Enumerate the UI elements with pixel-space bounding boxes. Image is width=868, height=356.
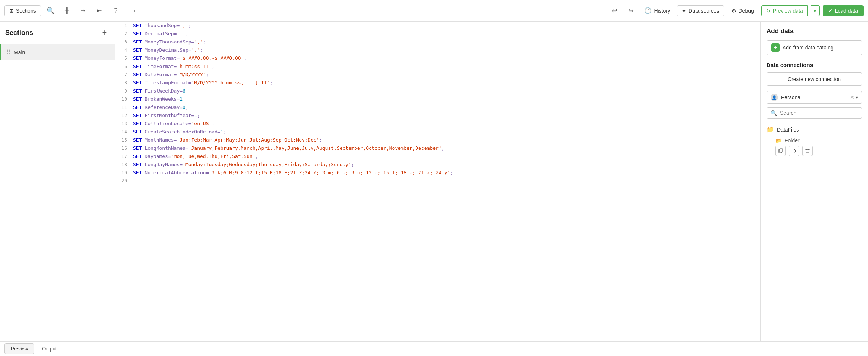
line-number: 17 — [115, 152, 133, 161]
history-label: History — [654, 8, 670, 14]
add-section-button[interactable]: + — [99, 27, 110, 38]
create-connection-label: Create new connection — [788, 76, 841, 82]
folder-action-copy-icon[interactable] — [775, 146, 786, 156]
sections-header: Sections + — [0, 22, 115, 44]
code-line: 14SET CreateSearchIndexOnReload=1; — [115, 128, 758, 136]
code-line: 12SET FirstMonthOfYear=1; — [115, 111, 758, 120]
line-content[interactable]: SET TimeFormat='h:mm:ss TT'; — [133, 62, 758, 71]
section-item-main[interactable]: ⠿ Main — [0, 44, 115, 60]
line-content[interactable]: SET CreateSearchIndexOnReload=1; — [133, 128, 758, 136]
line-content[interactable]: SET MoneyDecimalSep='.'; — [133, 46, 758, 54]
outdent-button[interactable]: ⇤ — [93, 4, 106, 17]
line-content[interactable]: SET MoneyThousandSep=','; — [133, 38, 758, 46]
line-content[interactable]: SET ReferenceDay=0; — [133, 103, 758, 111]
add-from-catalog-button[interactable]: + Add from data catalog — [767, 40, 862, 55]
catalog-plus-icon: + — [771, 43, 780, 52]
personal-icon: 👤 — [771, 94, 778, 101]
line-content[interactable]: SET ThousandSep=','; — [133, 22, 758, 30]
line-content[interactable]: SET TimestampFormat='M/D/YYYY h:mm:ss[.f… — [133, 79, 758, 87]
line-number: 18 — [115, 161, 133, 169]
history-button[interactable]: 🕐 History — [640, 5, 674, 16]
debug-button[interactable]: ⚙ Debug — [727, 6, 758, 16]
tab-output[interactable]: Output — [36, 343, 63, 354]
help-icon: ? — [114, 7, 118, 14]
code-line: 4SET MoneyDecimalSep='.'; — [115, 46, 758, 54]
code-editor[interactable]: 1SET ThousandSep=',';2SET DecimalSep='.'… — [115, 22, 758, 341]
remove-personal-button[interactable]: ✕ — [850, 94, 854, 100]
debug-label: Debug — [739, 8, 754, 14]
line-content[interactable]: SET NumericalAbbreviation='3:k;6:M;9:G;1… — [133, 169, 758, 177]
line-content[interactable]: SET FirstMonthOfYear=1; — [133, 111, 758, 120]
datafiles-row[interactable]: 📁 DataFiles — [767, 124, 862, 135]
search-button[interactable]: 🔍 — [44, 4, 57, 17]
folder-action-move-icon[interactable] — [789, 146, 799, 156]
line-number: 5 — [115, 54, 133, 62]
grid-icon: ⊞ — [9, 8, 14, 14]
load-data-button[interactable]: ✔ Load data — [823, 5, 864, 16]
history-icon: 🕐 — [644, 7, 652, 14]
code-line: 18SET LongDayNames='Monday;Tuesday;Wedne… — [115, 161, 758, 169]
indent-button[interactable]: ⇥ — [77, 4, 90, 17]
folder-icon: 📁 — [767, 126, 774, 133]
editor-area: 1SET ThousandSep=',';2SET DecimalSep='.'… — [115, 22, 758, 341]
folder-label: Folder — [785, 137, 800, 143]
code-line: 19SET NumericalAbbreviation='3:k;6:M;9:G… — [115, 169, 758, 177]
line-number: 11 — [115, 103, 133, 111]
line-content[interactable]: SET MonthNames='Jan;Feb;Mar;Apr;May;Jun;… — [133, 136, 758, 144]
line-content[interactable]: SET MoneyFormat='$ ###0.00;-$ ###0.00'; — [133, 54, 758, 62]
preview-dropdown-button[interactable]: ▾ — [811, 5, 820, 16]
code-line: 1SET ThousandSep=','; — [115, 22, 758, 30]
right-panel: Add data + Add from data catalog Data co… — [760, 22, 868, 341]
folder-row[interactable]: 📂 Folder — [767, 135, 862, 146]
sections-panel: Sections + ⠿ Main — [0, 22, 115, 341]
svg-rect-2 — [806, 150, 809, 153]
svg-rect-1 — [780, 149, 783, 152]
code-line: 17SET DayNames='Mon;Tue;Wed;Thu;Fri;Sat;… — [115, 152, 758, 161]
data-sources-icon: ✦ — [682, 8, 686, 14]
search-icon: 🔍 — [46, 7, 55, 15]
load-label: Load data — [835, 8, 858, 14]
line-number: 16 — [115, 144, 133, 152]
undo-button[interactable]: ↩ — [608, 4, 621, 17]
fullscreen-button[interactable]: ▭ — [126, 4, 139, 17]
code-line: 5SET MoneyFormat='$ ###0.00;-$ ###0.00'; — [115, 54, 758, 62]
code-line: 10SET BrokenWeeks=1; — [115, 95, 758, 103]
line-content[interactable]: SET BrokenWeeks=1; — [133, 95, 758, 103]
data-sources-button[interactable]: ✦ Data sources — [677, 5, 724, 16]
comment-button[interactable]: ╫ — [60, 4, 74, 17]
search-icon: 🔍 — [771, 110, 777, 116]
line-number: 9 — [115, 87, 133, 95]
redo-button[interactable]: ↪ — [624, 4, 638, 17]
preview-button[interactable]: ↻ Preview data — [761, 5, 808, 16]
line-content[interactable]: SET DayNames='Mon;Tue;Wed;Thu;Fri;Sat;Su… — [133, 152, 758, 161]
sections-toggle-button[interactable]: ⊞ Sections — [4, 5, 41, 16]
section-main-label: Main — [14, 49, 25, 55]
debug-icon: ⚙ — [732, 8, 736, 14]
line-number: 14 — [115, 128, 133, 136]
resize-line — [759, 174, 759, 189]
line-number: 20 — [115, 177, 133, 185]
tab-preview-label: Preview — [11, 346, 28, 352]
fullscreen-icon: ▭ — [129, 7, 135, 14]
line-content[interactable]: SET DateFormat='M/D/YYYY'; — [133, 71, 758, 79]
code-line: 15SET MonthNames='Jan;Feb;Mar;Apr;May;Ju… — [115, 136, 758, 144]
code-line: 11SET ReferenceDay=0; — [115, 103, 758, 111]
folder-action-delete-icon[interactable] — [802, 146, 813, 156]
help-button[interactable]: ? — [109, 4, 123, 17]
main-layout: Sections + ⠿ Main 1SET ThousandSep=',';2… — [0, 22, 868, 341]
line-content[interactable]: SET LongMonthNames='January;February;Mar… — [133, 144, 758, 152]
line-content[interactable]: SET DecimalSep='.'; — [133, 30, 758, 38]
expand-personal-button[interactable]: ▾ — [856, 95, 858, 100]
bottom-tabs: Preview Output — [0, 341, 868, 356]
code-line: 6SET TimeFormat='h:mm:ss TT'; — [115, 62, 758, 71]
line-number: 19 — [115, 169, 133, 177]
tab-preview[interactable]: Preview — [4, 343, 34, 354]
personal-row[interactable]: 👤 Personal ✕ ▾ — [767, 91, 862, 104]
search-input[interactable] — [780, 110, 858, 116]
create-new-connection-button[interactable]: Create new connection — [767, 72, 862, 86]
code-line: 13SET CollationLocale='en-US'; — [115, 120, 758, 128]
line-content[interactable]: SET LongDayNames='Monday;Tuesday;Wednesd… — [133, 161, 758, 169]
line-content[interactable]: SET CollationLocale='en-US'; — [133, 120, 758, 128]
line-content[interactable]: SET FirstWeekDay=6; — [133, 87, 758, 95]
preview-label: Preview data — [773, 8, 803, 14]
